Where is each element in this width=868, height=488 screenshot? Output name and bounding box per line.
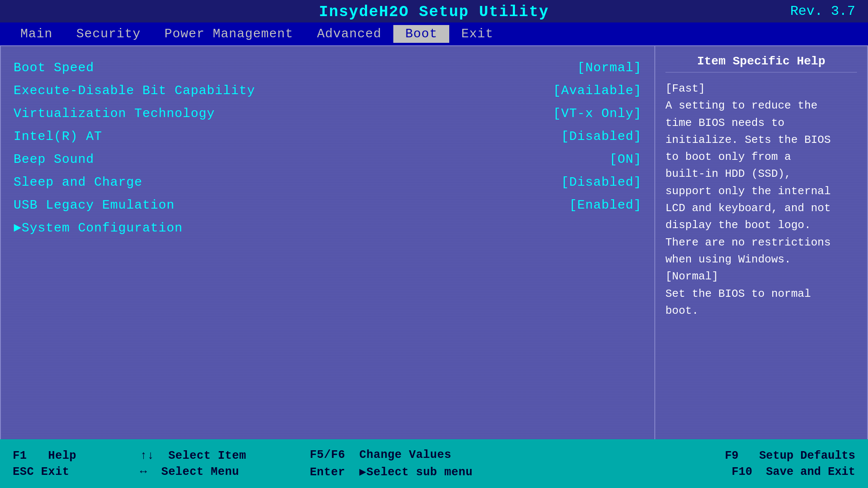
footer-f9: F9 Setup Defaults xyxy=(725,449,855,462)
menu-label: Beep Sound xyxy=(14,152,94,167)
footer-right-group: F9 Setup Defaults F10 Save and Exit xyxy=(725,449,855,478)
menu-value: [Disabled] xyxy=(561,175,642,190)
footer-f10: F10 Save and Exit xyxy=(732,466,855,478)
nav-bar: MainSecurityPower ManagementAdvancedBoot… xyxy=(0,22,868,45)
menu-row[interactable]: ►System Configuration xyxy=(14,217,642,240)
help-title: Item Specific Help xyxy=(665,55,857,73)
right-panel: Item Specific Help [Fast] A setting to r… xyxy=(655,46,867,458)
footer-arrows: ↑↓ Select Item ↔ Select Menu xyxy=(140,449,267,478)
menu-row[interactable]: Beep Sound[ON] xyxy=(14,148,642,171)
footer-key-f1: F1 xyxy=(13,449,27,462)
nav-item-exit[interactable]: Exit xyxy=(449,25,505,43)
help-text: [Fast] A setting to reduce the time BIOS… xyxy=(665,80,857,319)
footer-f1: F1 Help xyxy=(13,449,76,462)
menu-value: [Enabled] xyxy=(569,198,642,212)
title-bar: InsydeH2O Setup Utility Rev. 3.7 xyxy=(0,0,868,22)
footer-key-esc: ESC xyxy=(13,466,34,478)
nav-item-main[interactable]: Main xyxy=(8,25,64,43)
menu-label: Sleep and Charge xyxy=(14,175,142,190)
menu-value: [ON] xyxy=(609,152,642,167)
footer-leftright: ↔ Select Menu xyxy=(140,466,246,478)
main-content: Boot Speed[Normal]Execute-Disable Bit Ca… xyxy=(0,45,868,459)
menu-label: Intel(R) AT xyxy=(14,129,102,144)
nav-item-security[interactable]: Security xyxy=(64,25,153,43)
left-panel: Boot Speed[Normal]Execute-Disable Bit Ca… xyxy=(1,46,655,458)
footer-esc: ESC Exit xyxy=(13,466,76,478)
menu-row[interactable]: Intel(R) AT[Disabled] xyxy=(14,125,642,148)
footer-f1-esc: F1 Help ESC Exit xyxy=(13,449,97,478)
menu-row[interactable]: Virtualization Technology[VT-x Only] xyxy=(14,102,642,125)
nav-item-advanced[interactable]: Advanced xyxy=(305,25,393,43)
menu-value: [Disabled] xyxy=(561,129,642,144)
menu-row[interactable]: Boot Speed[Normal] xyxy=(14,56,642,79)
menu-label: Execute-Disable Bit Capability xyxy=(14,84,255,98)
menu-label: Boot Speed xyxy=(14,61,94,75)
footer-left-group: F1 Help ESC Exit ↑↓ Select Item ↔ Select… xyxy=(13,449,519,479)
footer-updown: ↑↓ Select Item xyxy=(140,449,246,462)
footer-middle: F5/F6 Change Values Enter ▶Select sub me… xyxy=(310,449,494,479)
app-title: InsydeH2O Setup Utility xyxy=(319,3,549,21)
nav-item-power-management[interactable]: Power Management xyxy=(153,25,305,43)
menu-label: USB Legacy Emulation xyxy=(14,198,175,212)
menu-row[interactable]: Execute-Disable Bit Capability[Available… xyxy=(14,79,642,102)
revision: Rev. 3.7 xyxy=(790,3,855,19)
menu-value: [Normal] xyxy=(577,61,642,75)
footer-bar: F1 Help ESC Exit ↑↓ Select Item ↔ Select… xyxy=(0,439,868,488)
menu-label: ►System Configuration xyxy=(14,221,183,235)
footer-enter: Enter ▶Select sub menu xyxy=(310,465,473,479)
menu-value: [VT-x Only] xyxy=(553,106,642,121)
menu-label: Virtualization Technology xyxy=(14,106,215,121)
menu-value: [Available] xyxy=(553,84,642,98)
menu-row[interactable]: Sleep and Charge[Disabled] xyxy=(14,171,642,194)
footer-f5f6: F5/F6 Change Values xyxy=(310,449,473,461)
nav-item-boot[interactable]: Boot xyxy=(393,25,449,43)
menu-row[interactable]: USB Legacy Emulation[Enabled] xyxy=(14,194,642,217)
